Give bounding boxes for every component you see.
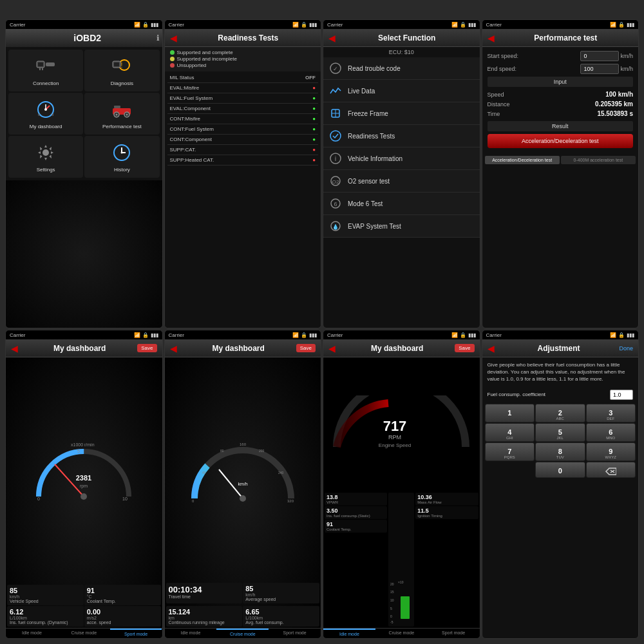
- svg-text:i: i: [335, 155, 336, 162]
- num-6-display: 6: [609, 428, 612, 436]
- num-key-6[interactable]: 6 MNO: [586, 423, 636, 442]
- fuel-cell: 6.12 L/100km Ins. fuel consump. (Dynamic…: [7, 606, 84, 627]
- svg-text:10: 10: [122, 497, 128, 501]
- icon-connection[interactable]: Connection: [8, 50, 83, 91]
- legend-green-label: Supported and complete: [177, 50, 233, 55]
- test-tab-accel[interactable]: Acceleration/Deceleration test: [485, 156, 560, 164]
- tab-sport-2[interactable]: Sport mode: [269, 629, 321, 638]
- time-data-label: Time: [488, 111, 500, 117]
- start-speed-input[interactable]: [580, 51, 619, 61]
- mode6-icon: 6: [328, 196, 343, 211]
- dash3-back-btn[interactable]: ◀: [328, 343, 336, 354]
- adj-header: ◀ Adjustment Done: [482, 339, 639, 357]
- num-key-2[interactable]: 2 ABC: [535, 404, 585, 422]
- svg-marker-69: [606, 468, 616, 475]
- fuel-value: 6.12: [10, 608, 81, 616]
- o2-sensor-label: O2 sensor test: [348, 178, 390, 185]
- tab-sport-1[interactable]: Sport mode: [110, 629, 162, 638]
- svg-point-49: [240, 495, 246, 502]
- func-live-data[interactable]: Live Data: [323, 80, 480, 102]
- svg-text:5: 5: [390, 607, 392, 611]
- tab-sport-3[interactable]: Sport mode: [428, 629, 480, 638]
- num-key-0[interactable]: 0: [535, 462, 585, 478]
- dashboard-icon: 0 8: [34, 98, 57, 121]
- status-bar-6: Carrier 📶🔒▮▮▮: [165, 330, 321, 339]
- num-8-sub: TUV: [538, 455, 582, 459]
- func-freeze-frame[interactable]: Freeze Frame: [323, 102, 480, 125]
- num-key-1[interactable]: 1: [485, 404, 535, 422]
- readiness-back-btn[interactable]: ◀: [170, 33, 177, 43]
- battery-icon-1: ▮▮▮: [151, 22, 158, 28]
- func-mode6[interactable]: 6 Mode 6 Test: [323, 193, 480, 215]
- end-speed-input[interactable]: [580, 64, 619, 74]
- test-tab-400m[interactable]: 0-400M acceleration test: [561, 156, 636, 164]
- num-key-3[interactable]: 3 DEF: [586, 404, 636, 422]
- icon-dashboard[interactable]: 0 8 My dashboard: [8, 93, 83, 135]
- battery-icon-4: ▮▮▮: [627, 22, 634, 28]
- tab-cruise-3[interactable]: Cruise mode: [375, 629, 428, 638]
- func-read-trouble[interactable]: ✓ Read trouble code: [323, 57, 480, 80]
- dash3-save-btn[interactable]: Save: [455, 344, 474, 352]
- vpwr-value: 13.8: [327, 494, 385, 500]
- lock-icon-3: 🔒: [460, 22, 466, 28]
- readiness-row-4: CONT:Fuel System ●: [167, 124, 319, 135]
- num-key-7[interactable]: 7 PQRS: [485, 442, 535, 461]
- num-key-9[interactable]: 9 WXYZ: [586, 442, 636, 461]
- svg-rect-16: [114, 106, 120, 108]
- func-readiness[interactable]: Readiness Tests: [323, 125, 480, 147]
- svg-text:!: !: [121, 62, 123, 69]
- func-o2-sensor[interactable]: O2 O2 sensor test: [323, 170, 480, 193]
- tab-idle-2[interactable]: Idle mode: [165, 629, 217, 638]
- tab-idle-3[interactable]: Idle mode: [323, 629, 375, 638]
- settings-icon: [34, 141, 57, 164]
- status-bar-3: Carrier 📶🔒▮▮▮: [323, 20, 480, 29]
- num-key-8[interactable]: 8 TUV: [535, 442, 585, 461]
- dash2-save-btn[interactable]: Save: [296, 344, 316, 352]
- vpwr-label: VPWR: [327, 500, 385, 504]
- num-key-4[interactable]: 4 GHI: [485, 423, 535, 442]
- icon-history[interactable]: History: [84, 136, 159, 178]
- adj-done-btn[interactable]: Done: [619, 345, 633, 352]
- input-section-title: Input: [488, 77, 634, 87]
- select-function-back-btn[interactable]: ◀: [328, 33, 336, 43]
- svg-rect-67: [401, 596, 410, 619]
- icon-settings[interactable]: Settings: [8, 136, 83, 178]
- coolant-cell: 91 °C Coolant Temp.: [84, 585, 161, 605]
- accel-decel-btn[interactable]: Acceleration/Deceleration test: [488, 134, 634, 148]
- row3-value: ●: [312, 116, 316, 122]
- readiness-row-7: SUPP:Heated CAT. ●: [167, 155, 319, 166]
- num-key-5[interactable]: 5 JKL: [535, 423, 585, 442]
- dash1-back-btn[interactable]: ◀: [11, 343, 18, 354]
- func-evap[interactable]: 💧 EVAP System Test: [323, 215, 480, 238]
- svg-text:-5: -5: [390, 620, 393, 624]
- legend-yellow: Supported and incomplete: [170, 56, 316, 62]
- readiness-row-3: CONT:Misfire ●: [167, 114, 319, 124]
- num-key-backspace[interactable]: [586, 462, 636, 478]
- accel-label: acce. speed: [87, 620, 158, 625]
- mil-value: OFF: [305, 75, 316, 80]
- live-data-label: Live Data: [348, 88, 375, 95]
- dash2-back-btn[interactable]: ◀: [170, 343, 177, 354]
- avg-fuel-value: 6.65: [245, 608, 317, 616]
- dash3-header: ◀ My dashboard Save: [323, 339, 480, 357]
- panel-dashboard-3: Carrier 📶🔒▮▮▮ ◀ My dashboard Save: [323, 330, 480, 639]
- tab-idle-1[interactable]: Idle mode: [6, 629, 58, 638]
- func-vehicle-info[interactable]: i Vehicle Information: [323, 147, 480, 170]
- panel-iobd2-home: Carrier 📶 🔒 ▮▮▮ iOBD2 ℹ: [5, 19, 163, 328]
- icon-diagnosis[interactable]: ! Diagnosis: [84, 50, 159, 91]
- avg-speed-unit: km/h: [245, 592, 317, 597]
- perf-back-btn[interactable]: ◀: [488, 33, 495, 43]
- ins-fuel-value: 3.50: [327, 507, 385, 514]
- bar-chart: 20 15 10 5 0 -5 ×10: [388, 493, 414, 627]
- dash1-save-btn[interactable]: Save: [137, 344, 156, 352]
- tab-cruise-1[interactable]: Cruise mode: [58, 629, 110, 638]
- adj-field-input[interactable]: [610, 390, 633, 400]
- num-7-display: 7: [507, 448, 511, 455]
- vehicle-info-icon: i: [328, 151, 343, 166]
- icon-performance[interactable]: Performance test: [84, 93, 159, 135]
- tab-cruise-2[interactable]: Cruise mode: [216, 629, 269, 638]
- adj-back-btn[interactable]: ◀: [488, 343, 495, 354]
- status-bar-2: Carrier 📶🔒▮▮▮: [165, 20, 321, 29]
- row6-label: SUPP:CAT.: [170, 147, 196, 153]
- iobd2-info-icon[interactable]: ℹ: [156, 33, 160, 43]
